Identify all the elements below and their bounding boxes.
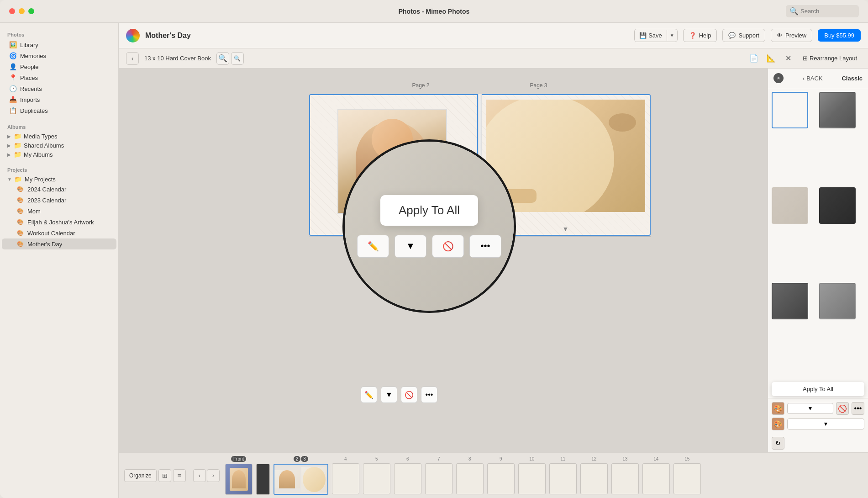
thumb-page-11[interactable]: 11 — [549, 456, 577, 494]
sidebar-item-workout-calendar[interactable]: 🎨 Workout Calendar — [2, 228, 116, 238]
sidebar-item-imports[interactable]: 📥 Imports — [2, 94, 116, 105]
thumb-7-page[interactable] — [425, 463, 452, 494]
thumb-page-9[interactable]: 9 — [487, 456, 515, 494]
zoom-in-button[interactable]: 🔍 — [216, 52, 229, 65]
help-button[interactable]: ❓ Help — [683, 29, 717, 42]
sidebar-item-2024-calendar[interactable]: 🎨 2024 Calendar — [2, 184, 116, 195]
zoom-out-button[interactable]: 🔍 — [231, 52, 244, 65]
thumb-10-page[interactable] — [518, 463, 546, 494]
remove-photo-button[interactable]: 🚫 — [401, 387, 417, 403]
thumb-13-page[interactable] — [611, 463, 639, 494]
search-input[interactable] — [800, 8, 855, 15]
preview-button[interactable]: 👁 Preview — [771, 29, 812, 42]
bg-texture-1[interactable] — [772, 92, 808, 128]
thumb-page-14[interactable]: 14 — [642, 456, 670, 494]
sidebar-item-duplicates[interactable]: 📋 Duplicates — [2, 105, 116, 116]
close-editor-button[interactable]: ✕ — [782, 52, 795, 65]
bg-panel-back-button[interactable]: ‹ BACK — [803, 75, 823, 82]
save-button-group[interactable]: 💾 Save ▼ — [634, 29, 678, 42]
thumb-9-page[interactable] — [487, 463, 515, 494]
sidebar-item-people[interactable]: 👤 People — [2, 61, 116, 72]
bg-texture-5[interactable] — [772, 283, 808, 319]
sidebar-item-recents[interactable]: 🕐 Recents — [2, 83, 116, 94]
thumb-8-page[interactable] — [456, 463, 484, 494]
save-dropdown-button[interactable]: ▼ — [667, 30, 677, 41]
thumb-5-page[interactable] — [363, 463, 390, 494]
page-left[interactable]: ▼ — [309, 94, 478, 236]
thumb-15-page[interactable] — [673, 463, 701, 494]
thumb-page-7[interactable]: 7 — [425, 456, 452, 494]
save-button[interactable]: 💾 Save — [635, 29, 667, 42]
thumb-spread-2-3[interactable]: 2 3 — [274, 456, 328, 495]
buy-button[interactable]: Buy $55.99 — [818, 29, 861, 42]
page-settings-button[interactable]: 📐 — [764, 52, 778, 65]
page-left-arrow[interactable]: ▼ — [390, 225, 397, 233]
sidebar-group-shared-albums[interactable]: ▶ 📁 Shared Albums — [0, 141, 118, 150]
rearrange-layout-button[interactable]: ⊞ Rearrange Layout — [799, 53, 861, 64]
sidebar-group-media-types[interactable]: ▶ 📁 Media Types — [0, 132, 118, 141]
page-dropdown-button[interactable]: ▼ — [381, 387, 397, 403]
edit-photo-button[interactable]: ✏️ — [361, 387, 377, 403]
thumb-front-page[interactable] — [225, 464, 253, 495]
thumb-11-page[interactable] — [549, 463, 577, 494]
bg-secondary-dropdown[interactable]: ▼ — [787, 419, 864, 429]
sidebar-item-elijah-artwork[interactable]: 🎨 Elijah & Joshua's Artwork — [2, 217, 116, 228]
thumb-page-13[interactable]: 13 — [611, 456, 639, 494]
thumb-page-12[interactable]: 12 — [580, 456, 608, 494]
thumb-page-4[interactable]: 4 — [332, 456, 359, 494]
thumb-4-page[interactable] — [332, 463, 359, 494]
magnifier-dropdown-button[interactable]: ▼ — [395, 235, 426, 258]
back-button[interactable]: ‹ — [126, 52, 139, 65]
thumb-6-page[interactable] — [394, 463, 421, 494]
thumb-blank[interactable] — [256, 456, 270, 495]
thumb-prev-button[interactable]: ‹ — [193, 469, 206, 482]
maximize-button[interactable] — [28, 8, 34, 14]
close-button[interactable] — [9, 8, 15, 14]
thumb-14-page[interactable] — [642, 463, 670, 494]
thumb-page-8[interactable]: 8 — [456, 456, 484, 494]
sidebar-item-memories[interactable]: 🌀 Memories — [2, 50, 116, 61]
minimize-button[interactable] — [19, 8, 25, 14]
refresh-button[interactable]: ↻ — [772, 437, 784, 450]
bg-texture-2[interactable] — [819, 92, 856, 128]
bg-more-button[interactable]: ••• — [852, 402, 864, 415]
sidebar-item-mothers-day[interactable]: 🎨 Mother's Day — [2, 238, 116, 249]
thumb-blank-page[interactable] — [256, 464, 270, 495]
thumb-next-button[interactable]: › — [207, 469, 220, 482]
add-page-button[interactable]: 📄 — [747, 52, 761, 65]
bg-fill-dropdown[interactable]: ▼ — [787, 403, 833, 414]
page-right[interactable]: ▼ — [482, 94, 651, 236]
thumb-spread-page[interactable] — [274, 464, 328, 495]
magnifier-more-button[interactable]: ••• — [469, 235, 501, 258]
thumb-page-10[interactable]: 10 — [518, 456, 546, 494]
thumb-page-5[interactable]: 5 — [363, 456, 390, 494]
bg-texture-4[interactable] — [819, 187, 856, 224]
sidebar-item-library[interactable]: 🖼️ Library — [2, 39, 116, 50]
search-bar[interactable]: 🔍 — [786, 5, 859, 17]
bg-panel-close-button[interactable]: × — [773, 73, 784, 83]
sidebar-item-2023-calendar[interactable]: 🎨 2023 Calendar — [2, 195, 116, 206]
thumb-12-page[interactable] — [580, 463, 608, 494]
bg-no-fill-button[interactable]: 🚫 — [836, 402, 849, 415]
thumb-page-15[interactable]: 15 — [673, 456, 701, 494]
page-right-photo[interactable] — [486, 100, 645, 212]
page-right-arrow[interactable]: ▼ — [563, 225, 569, 233]
sidebar-item-places[interactable]: 📍 Places — [2, 72, 116, 83]
support-button[interactable]: 💬 Support — [722, 29, 765, 42]
magnifier-remove-button[interactable]: 🚫 — [432, 235, 464, 258]
sidebar-group-my-projects[interactable]: ▼ 📁 My Projects — [0, 175, 118, 184]
thumb-page-6[interactable]: 6 — [394, 456, 421, 494]
bg-fill-color-button[interactable]: 🎨 — [772, 402, 784, 415]
bg-secondary-fill-button[interactable]: 🎨 — [772, 418, 784, 430]
thumbnail-list-button[interactable]: ≡ — [173, 469, 186, 482]
thumb-front[interactable]: Front — [225, 456, 253, 495]
magnifier-edit-button[interactable]: ✏️ — [357, 235, 389, 258]
apply-all-small-button[interactable]: Apply To All — [772, 382, 864, 396]
sidebar-item-mom[interactable]: 🎨 Mom — [2, 206, 116, 217]
bg-texture-6[interactable] — [819, 283, 856, 319]
thumbnail-grid-button[interactable]: ⊞ — [158, 469, 171, 482]
more-options-button[interactable]: ••• — [421, 387, 437, 403]
bg-texture-3[interactable] — [772, 187, 808, 224]
organize-button[interactable]: Organize — [124, 469, 157, 482]
sidebar-group-my-albums[interactable]: ▶ 📁 My Albums — [0, 150, 118, 159]
